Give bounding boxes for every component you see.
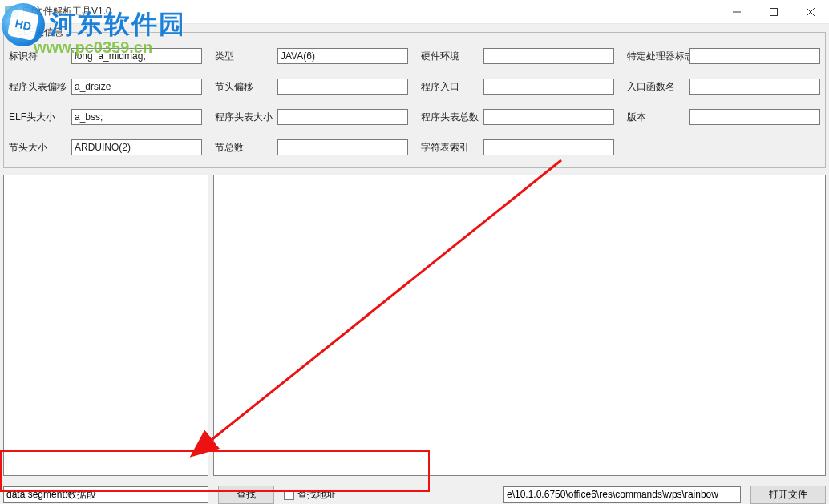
label-entry: 程序入口 <box>421 80 483 94</box>
open-file-button[interactable]: 打开文件 <box>750 486 826 504</box>
input-hardware[interactable] <box>483 48 614 64</box>
label-ph-offset: 程序头表偏移 <box>9 80 71 94</box>
content-panes <box>3 175 826 476</box>
titlebar: Elf文件解析工具V1.0 <box>0 0 829 24</box>
input-shsize[interactable] <box>71 139 202 155</box>
field-ph-offset: 程序头表偏移 <box>9 76 202 97</box>
close-button[interactable] <box>792 0 829 23</box>
window-title: Elf文件解析工具V1.0 <box>22 5 718 18</box>
svg-rect-1 <box>770 8 778 15</box>
label-cpu-flags: 特定处理器标志 <box>627 50 689 63</box>
elf-header-group: ELF头信息 标识符 类型 硬件环境 特定处理器标志 程序头表偏移 <box>3 26 826 168</box>
search-input[interactable] <box>3 486 208 503</box>
search-address-label: 查找地址 <box>297 488 336 502</box>
workarea: ELF头信息 标识符 类型 硬件环境 特定处理器标志 程序头表偏移 <box>0 26 829 504</box>
label-type: 类型 <box>215 50 277 63</box>
field-cpu-flags: 特定处理器标志 <box>627 46 820 67</box>
maximize-button[interactable] <box>755 0 792 23</box>
input-cpu-flags[interactable] <box>689 48 820 64</box>
label-ehsize: ELF头大小 <box>9 111 71 124</box>
input-ph-offset[interactable] <box>71 79 202 95</box>
input-ehsize[interactable] <box>71 109 202 125</box>
input-identifier[interactable] <box>71 48 202 64</box>
field-identifier: 标识符 <box>9 46 202 67</box>
field-shsize: 节头大小 <box>9 137 202 158</box>
input-entry[interactable] <box>483 79 614 95</box>
label-sh-offset: 节头偏移 <box>215 80 277 94</box>
label-version: 版本 <box>627 111 689 124</box>
input-shstrndx[interactable] <box>483 139 614 155</box>
label-shnum: 节总数 <box>215 141 277 155</box>
elf-header-grid: 标识符 类型 硬件环境 特定处理器标志 程序头表偏移 节头偏移 <box>9 46 820 158</box>
field-sh-offset: 节头偏移 <box>215 76 408 97</box>
input-phnum[interactable] <box>483 109 614 125</box>
elf-header-legend: ELF头信息 <box>14 26 67 39</box>
field-entry: 程序入口 <box>421 76 614 97</box>
field-ehsize: ELF头大小 <box>9 107 202 127</box>
field-type: 类型 <box>215 46 408 67</box>
window-controls <box>718 0 829 23</box>
label-shstrndx: 字符表索引 <box>421 141 483 155</box>
input-sh-offset[interactable] <box>277 79 408 95</box>
tree-pane[interactable] <box>3 175 208 476</box>
label-identifier: 标识符 <box>9 50 71 63</box>
search-address-checkbox[interactable]: 查找地址 <box>284 488 336 502</box>
input-shnum[interactable] <box>277 139 408 155</box>
minimize-button[interactable] <box>718 0 755 23</box>
input-type[interactable] <box>277 48 408 64</box>
bottom-toolbar: 查找 查找地址 打开文件 <box>3 484 826 504</box>
field-version: 版本 <box>627 107 820 127</box>
label-entry-func: 入口函数名 <box>627 80 689 94</box>
input-phsize[interactable] <box>277 109 408 125</box>
field-hardware: 硬件环境 <box>421 46 614 67</box>
input-entry-func[interactable] <box>689 79 820 95</box>
label-hardware: 硬件环境 <box>421 50 483 63</box>
field-shstrndx: 字符表索引 <box>421 137 614 158</box>
field-shnum: 节总数 <box>215 137 408 158</box>
field-phnum: 程序头表总数 <box>421 107 614 127</box>
input-version[interactable] <box>689 109 820 125</box>
label-shsize: 节头大小 <box>9 141 71 155</box>
app-icon <box>5 6 18 18</box>
search-button[interactable]: 查找 <box>218 486 274 504</box>
label-phsize: 程序头表大小 <box>215 111 277 124</box>
checkbox-icon[interactable] <box>284 490 294 500</box>
field-entry-func: 入口函数名 <box>627 76 820 97</box>
label-phnum: 程序头表总数 <box>421 111 483 124</box>
detail-pane[interactable] <box>213 175 826 476</box>
file-path-input[interactable] <box>503 486 741 503</box>
field-phsize: 程序头表大小 <box>215 107 408 127</box>
